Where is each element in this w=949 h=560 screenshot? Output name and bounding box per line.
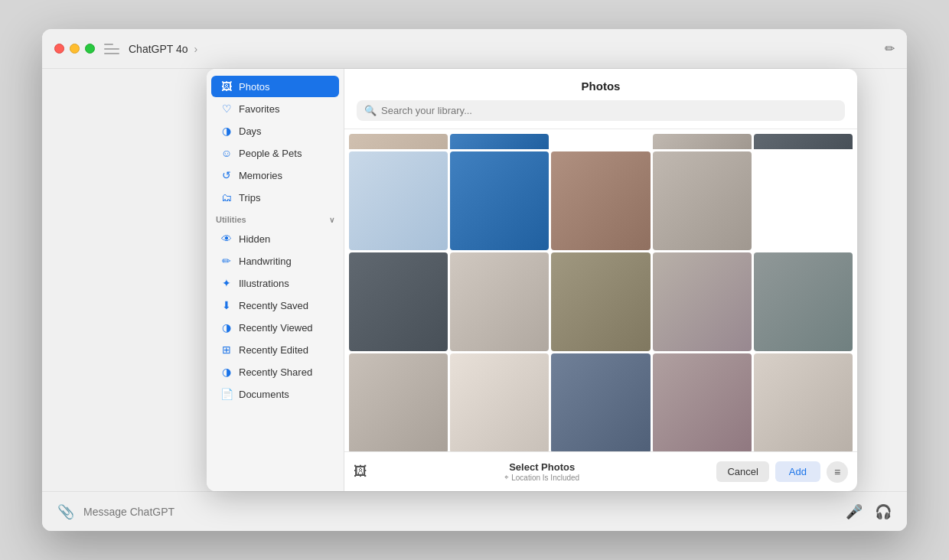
photo-cell-15[interactable] [754, 353, 853, 451]
photo-cell-13[interactable] [551, 353, 650, 451]
sidebar-label-recently-shared: Recently Shared [239, 366, 312, 378]
photos-panel: Photos 🔍 [344, 69, 857, 491]
recently-edited-icon: ⊞ [220, 343, 233, 356]
footer-center: Select Photos ⌖ Location Is Included [373, 461, 710, 482]
message-input[interactable] [83, 506, 833, 518]
photos-dialog: 🖼 Photos ♡ Favorites ◑ Days ☺ People & P… [207, 69, 857, 491]
photo-cell-1[interactable] [349, 151, 448, 250]
documents-icon: 📄 [220, 388, 233, 400]
photos-icon: 🖼 [220, 80, 233, 93]
sidebar-label-memories: Memories [239, 170, 282, 181]
utilities-section-header: Utilities ∨ [207, 209, 344, 227]
cancel-button[interactable]: Cancel [716, 461, 768, 482]
sidebar-item-people-pets[interactable]: ☺ People & Pets [211, 142, 339, 164]
message-bar: 📎 🎤 🎧 [42, 491, 907, 531]
maximize-button[interactable] [85, 44, 95, 54]
sidebar-item-days[interactable]: ◑ Days [211, 120, 339, 142]
photos-footer-icon[interactable]: 🖼 [354, 464, 367, 480]
people-pets-icon: ☺ [220, 147, 233, 159]
utilities-label: Utilities [216, 215, 246, 224]
sidebar-item-favorites[interactable]: ♡ Favorites [211, 98, 339, 119]
sidebar-item-recently-edited[interactable]: ⊞ Recently Edited [211, 339, 339, 360]
sidebar-item-recently-shared[interactable]: ◑ Recently Shared [211, 361, 339, 383]
close-button[interactable] [54, 44, 64, 54]
panel-header: Photos 🔍 [344, 69, 857, 129]
sidebar-label-recently-edited: Recently Edited [239, 344, 308, 356]
photo-cell-partial-3[interactable] [551, 134, 650, 149]
sidebar-label-documents: Documents [239, 389, 289, 400]
footer-left: 🖼 [354, 464, 367, 480]
title-bar: ChatGPT 4o › ✏ [42, 29, 907, 69]
photo-grid [349, 151, 853, 451]
sidebar-item-illustrations[interactable]: ✦ Illustrations [211, 272, 339, 294]
app-name-label: ChatGPT [129, 43, 173, 55]
sidebar-item-handwriting[interactable]: ✏ Handwriting [211, 250, 339, 272]
minimize-button[interactable] [70, 44, 80, 54]
sidebar-item-hidden[interactable]: 👁 Hidden [211, 228, 339, 249]
hidden-icon: 👁 [220, 233, 233, 245]
photo-cell-partial-4[interactable] [653, 134, 752, 149]
trips-icon: 🗂 [220, 191, 233, 203]
sidebar-toggle-icon[interactable] [104, 44, 119, 54]
photo-cell-4[interactable] [653, 151, 752, 250]
edit-icon[interactable]: ✏ [885, 41, 895, 56]
location-label: ⌖ Location Is Included [373, 473, 710, 482]
sidebar-item-trips[interactable]: 🗂 Trips [211, 187, 339, 208]
sidebar-item-photos[interactable]: 🖼 Photos [211, 76, 339, 97]
photo-cell-partial-1[interactable] [349, 134, 448, 149]
attach-icon[interactable]: 📎 [57, 503, 74, 520]
select-photos-label: Select Photos [373, 461, 710, 473]
photo-cell-12[interactable] [450, 353, 549, 451]
search-input[interactable] [381, 105, 837, 116]
photo-cell-3[interactable] [551, 151, 650, 250]
sidebar-label-hidden: Hidden [239, 233, 270, 245]
sidebar-label-people-pets: People & Pets [239, 148, 302, 159]
model-name-label: 4o [176, 43, 188, 55]
panel-footer: 🖼 Select Photos ⌖ Location Is Included C… [344, 451, 857, 491]
location-arrow-icon: ⌖ [504, 473, 509, 482]
photo-cell-8[interactable] [551, 252, 650, 351]
sidebar-label-days: Days [239, 125, 262, 137]
mic-icon[interactable]: 🎤 [846, 503, 863, 520]
utilities-chevron-icon: ∨ [329, 216, 334, 224]
title-chevron-icon: › [194, 43, 197, 55]
photo-cell-11[interactable] [349, 353, 448, 451]
sidebar-label-handwriting: Handwriting [239, 256, 292, 267]
handwriting-icon: ✏ [220, 255, 233, 267]
photo-cell-7[interactable] [450, 252, 549, 351]
photo-cell-partial-2[interactable] [450, 134, 549, 149]
sidebar-label-illustrations: Illustrations [239, 278, 289, 289]
sidebar-label-favorites: Favorites [239, 103, 279, 115]
sidebar-label-recently-saved: Recently Saved [239, 300, 308, 311]
sidebar-item-recently-viewed[interactable]: ◑ Recently Viewed [211, 317, 339, 338]
headphone-icon[interactable]: 🎧 [875, 503, 892, 520]
recently-shared-icon: ◑ [220, 366, 233, 378]
photo-grid-container[interactable] [344, 129, 857, 451]
photo-cell-partial-5[interactable] [754, 134, 853, 149]
app-title: ChatGPT 4o › [129, 43, 197, 55]
photo-cell-5[interactable] [754, 151, 853, 250]
sidebar-item-memories[interactable]: ↺ Memories [211, 164, 339, 186]
partial-top-row [349, 134, 853, 149]
photo-cell-2[interactable] [450, 151, 549, 250]
more-options-button[interactable]: ≡ [827, 461, 848, 483]
panel-title: Photos [357, 80, 845, 93]
sidebar-label-trips: Trips [239, 192, 260, 203]
sidebar-label-recently-viewed: Recently Viewed [239, 322, 313, 334]
recently-saved-icon: ⬇ [220, 299, 233, 311]
photo-cell-6[interactable] [349, 252, 448, 351]
photo-cell-14[interactable] [653, 353, 752, 451]
illustrations-icon: ✦ [220, 277, 233, 289]
sidebar-item-documents[interactable]: 📄 Documents [211, 383, 339, 405]
sidebar-item-recently-saved[interactable]: ⬇ Recently Saved [211, 295, 339, 316]
memories-icon: ↺ [220, 169, 233, 181]
favorites-icon: ♡ [220, 103, 233, 115]
search-icon: 🔍 [364, 105, 377, 116]
photo-cell-10[interactable] [754, 252, 853, 351]
traffic-lights [54, 44, 95, 54]
sidebar-label-photos: Photos [239, 81, 269, 93]
add-button[interactable]: Add [775, 461, 820, 482]
days-icon: ◑ [220, 125, 233, 137]
recently-viewed-icon: ◑ [220, 321, 233, 334]
photo-cell-9[interactable] [653, 252, 752, 351]
